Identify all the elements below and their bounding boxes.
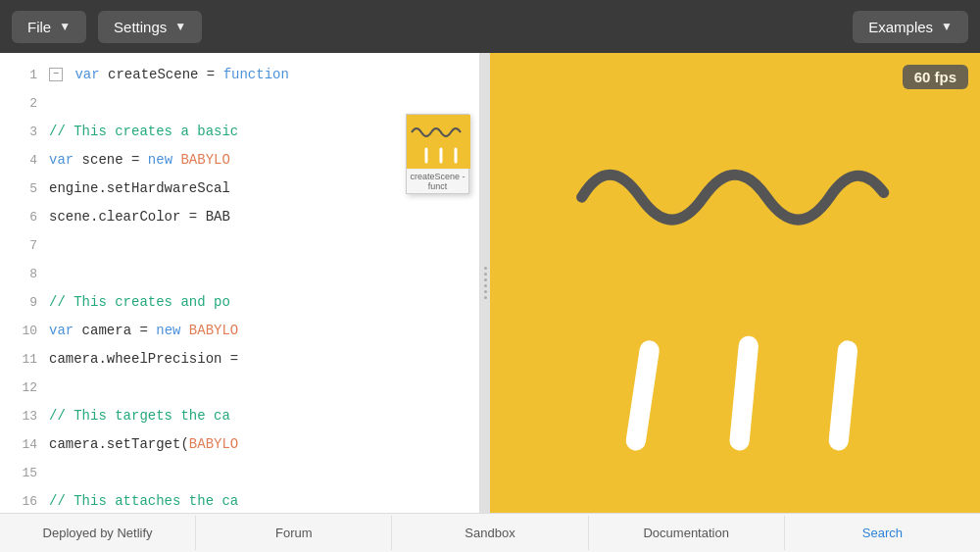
- resize-handle[interactable]: [480, 53, 490, 513]
- code-line-6: 6 scene.clearColor = BAB: [0, 203, 479, 231]
- resize-dot-6: [484, 296, 487, 299]
- svg-line-5: [740, 346, 749, 441]
- code-line-10: 10 var camera = new BABYLO: [0, 317, 479, 345]
- resize-dot-5: [484, 290, 487, 293]
- line-content-9: // This creates and po: [49, 288, 230, 316]
- svg-line-4: [636, 350, 650, 440]
- code-line-16: 16 // This attaches the ca: [0, 487, 479, 513]
- documentation-label: Documentation: [643, 526, 728, 540]
- line-num-12: 12: [8, 375, 37, 402]
- code-line-7: 7: [0, 231, 479, 260]
- line-content-13: // This targets the ca: [49, 402, 230, 429]
- line-content-3: // This creates a basic: [49, 118, 238, 145]
- line-content-1: − var createScene = function: [49, 61, 289, 88]
- line-num-15: 15: [8, 460, 37, 487]
- examples-button[interactable]: Examples ▼: [853, 11, 968, 43]
- line-content-14: camera.setTarget(BABYLO: [49, 430, 238, 458]
- resize-dot-1: [484, 267, 487, 270]
- line-content-10: var camera = new BABYLO: [49, 317, 238, 344]
- resize-dot-2: [484, 273, 487, 276]
- line-content-7: [49, 231, 57, 259]
- svg-rect-0: [407, 115, 470, 169]
- file-label: File: [27, 19, 51, 35]
- line-content-15: [49, 459, 57, 486]
- line-content-12: [49, 374, 57, 401]
- line-num-14: 14: [8, 431, 37, 459]
- bottom-item-netlify[interactable]: Deployed by Netlify: [0, 516, 196, 550]
- thumbnail-overlay[interactable]: createScene - funct: [406, 114, 469, 194]
- fps-badge: 60 fps: [903, 65, 968, 89]
- settings-chevron-icon: ▼: [174, 20, 186, 33]
- code-line-12: 12: [0, 374, 479, 402]
- file-button[interactable]: File ▼: [12, 11, 86, 43]
- line-content-5: engine.setHardwareScal: [49, 175, 230, 202]
- line-num-7: 7: [8, 232, 37, 260]
- main-content: 1 − var createScene = function 2 3 // Th…: [0, 53, 980, 513]
- examples-label: Examples: [868, 19, 933, 35]
- line-content-4: var scene = new BABYLO: [49, 146, 230, 174]
- search-label: Search: [862, 526, 903, 540]
- line-content-8: [49, 260, 57, 287]
- line-num-10: 10: [8, 318, 37, 345]
- bottom-item-search[interactable]: Search: [785, 516, 980, 550]
- code-line-14: 14 camera.setTarget(BABYLO: [0, 430, 479, 459]
- line-content-2: [49, 89, 57, 117]
- resize-dot-3: [484, 278, 487, 281]
- forum-label: Forum: [275, 526, 313, 540]
- bottom-item-documentation[interactable]: Documentation: [589, 516, 785, 550]
- line-content-16: // This attaches the ca: [49, 487, 238, 513]
- line-content-11: camera.wheelPrecision =: [49, 345, 238, 373]
- line-num-4: 4: [8, 147, 37, 175]
- bottom-bar: Deployed by Netlify Forum Sandbox Docume…: [0, 513, 980, 552]
- bottom-item-forum[interactable]: Forum: [196, 516, 392, 550]
- preview-panel: 60 fps: [490, 53, 980, 513]
- line-num-5: 5: [8, 176, 37, 203]
- bottom-item-sandbox[interactable]: Sandbox: [392, 516, 588, 550]
- settings-label: Settings: [114, 19, 167, 35]
- resize-dot-4: [484, 284, 487, 287]
- svg-line-6: [839, 350, 848, 440]
- line-content-6: scene.clearColor = BAB: [49, 203, 230, 230]
- line-num-9: 9: [8, 289, 37, 317]
- editor-panel: 1 − var createScene = function 2 3 // Th…: [0, 53, 480, 513]
- examples-chevron-icon: ▼: [941, 20, 953, 33]
- resize-dots: [484, 267, 487, 299]
- line-num-1: 1: [8, 62, 37, 89]
- settings-button[interactable]: Settings ▼: [98, 11, 202, 43]
- line-num-11: 11: [8, 346, 37, 374]
- code-line-13: 13 // This targets the ca: [0, 402, 479, 430]
- line-num-13: 13: [8, 403, 37, 430]
- line-num-6: 6: [8, 204, 37, 231]
- thumbnail-preview: [407, 115, 470, 169]
- toolbar: File ▼ Settings ▼ Examples ▼: [0, 0, 980, 53]
- code-line-8: 8: [0, 260, 479, 288]
- code-line-11: 11 camera.wheelPrecision =: [0, 345, 479, 374]
- line-num-2: 2: [8, 90, 37, 118]
- code-line-1: 1 − var createScene = function: [0, 61, 479, 89]
- thumbnail-label: createScene - funct: [407, 169, 468, 193]
- fold-icon-1[interactable]: −: [49, 68, 63, 81]
- code-line-9: 9 // This creates and po: [0, 288, 479, 317]
- smiley-drawing: [490, 53, 980, 513]
- netlify-label: Deployed by Netlify: [43, 526, 153, 540]
- line-num-16: 16: [8, 488, 37, 513]
- line-num-8: 8: [8, 261, 37, 288]
- line-num-3: 3: [8, 119, 37, 146]
- file-chevron-icon: ▼: [59, 20, 71, 33]
- sandbox-label: Sandbox: [465, 526, 514, 540]
- code-line-15: 15: [0, 459, 479, 487]
